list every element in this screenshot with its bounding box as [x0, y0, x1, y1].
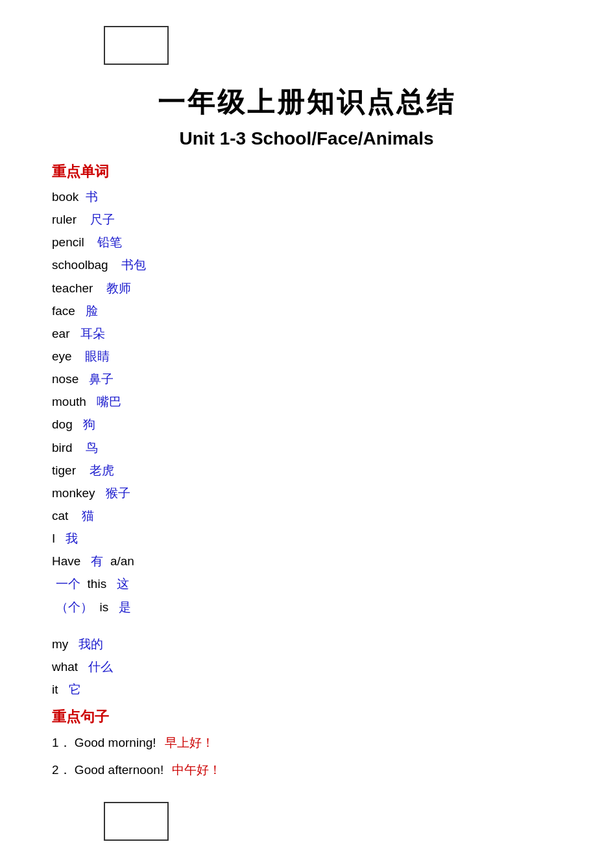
chinese-word: 尺子 [84, 213, 115, 226]
chinese-word: 鼻子 [86, 372, 114, 386]
english-word: what [52, 660, 78, 674]
chinese-word: 脸 [82, 304, 98, 318]
english-word: monkey [52, 486, 95, 500]
list-item: ruler 尺子 [52, 208, 561, 231]
english-word: dog [52, 417, 73, 431]
chinese-word: 它 [66, 683, 81, 696]
english-word: is [96, 600, 108, 614]
english-word: mouth [52, 395, 86, 408]
english-word: pencil [52, 235, 84, 249]
chinese-word: 猫 [76, 509, 95, 522]
english-word: tiger [52, 463, 76, 477]
bottom-box [104, 802, 169, 841]
chinese-word: 猴子 [102, 486, 130, 500]
list-item: 2． Good afternoon! 中午好！ [52, 758, 561, 782]
list-item: 1． Good morning! 早上好！ [52, 731, 561, 755]
list-item: ear 耳朵 [52, 322, 561, 345]
chinese-word: 狗 [80, 417, 95, 431]
list-item: dog 狗 [52, 413, 561, 436]
english-extra: a/an [107, 554, 134, 568]
list-item: I 我 [52, 527, 561, 550]
english-word: face [52, 304, 75, 318]
list-item: cat 猫 [52, 504, 561, 527]
main-title: 一年级上册知识点总结 [52, 84, 561, 121]
sentence-english: Good morning! [75, 736, 156, 749]
list-item: Have 有 a/an [52, 550, 561, 572]
chinese-word: 有 [88, 554, 104, 568]
sentence-english: Good afternoon! [75, 763, 163, 777]
english-word: book [52, 190, 78, 204]
chinese-word: 书 [86, 190, 98, 204]
list-item: face 脸 [52, 299, 561, 322]
list-item: it 它 [52, 678, 561, 701]
list-item: mouth 嘴巴 [52, 390, 561, 413]
sub-title: Unit 1-3 School/Face/Animals [52, 128, 561, 149]
chinese-word: 是 [116, 600, 132, 614]
chinese-word: 什么 [85, 660, 113, 674]
list-item: bird 鸟 [52, 436, 561, 459]
vocab-section-title: 重点单词 [52, 162, 561, 182]
list-item: teacher 教师 [52, 277, 561, 299]
list-item: （个） is 是 [52, 596, 561, 618]
sentence-num: 2． [52, 763, 71, 777]
chinese-word: 耳朵 [77, 327, 105, 340]
english-word: ruler [52, 213, 77, 226]
list-item: eye 眼睛 [52, 345, 561, 368]
sentence-section-title: 重点句子 [52, 707, 561, 727]
top-box [104, 26, 169, 65]
english-word: my [52, 637, 68, 651]
chinese-word: 鸟 [80, 441, 99, 454]
list-item: my 我的 [52, 633, 561, 655]
sentence-chinese: 早上好！ [165, 736, 214, 749]
english-word: it [52, 683, 58, 696]
english-word: cat [52, 509, 68, 522]
english-word: ear [52, 327, 69, 340]
list-item: monkey 猴子 [52, 482, 561, 504]
english-word: bird [52, 441, 73, 454]
chinese-word: （个） [56, 600, 93, 614]
vocab-list-2: my 我的 what 什么 it 它 [52, 633, 561, 701]
chinese-word: 我 [63, 532, 78, 545]
sentence-num: 1． [52, 736, 71, 749]
english-word: Have [52, 554, 80, 568]
chinese-word: 我的 [76, 637, 104, 651]
list-item: 一个 this 这 [52, 572, 561, 595]
list-item: schoolbag 书包 [52, 253, 561, 276]
chinese-word: 书包 [115, 258, 147, 272]
list-item: tiger 老虎 [52, 459, 561, 482]
english-word: I [52, 532, 55, 545]
sentence-list: 1． Good morning! 早上好！ 2． Good afternoon!… [52, 731, 561, 782]
list-item: nose 鼻子 [52, 368, 561, 390]
chinese-word: 一个 [56, 577, 80, 591]
list-item: book 书 [52, 185, 561, 208]
english-word: this [84, 577, 106, 591]
chinese-word: 铅笔 [91, 235, 123, 249]
english-word: nose [52, 372, 78, 386]
list-item: pencil 铅笔 [52, 231, 561, 253]
page: 一年级上册知识点总结 Unit 1-3 School/Face/Animals … [0, 0, 613, 868]
chinese-word: 教师 [101, 281, 132, 295]
chinese-word: 嘴巴 [93, 395, 121, 408]
vocab-list: book 书 ruler 尺子 pencil 铅笔 schoolbag 书包 t… [52, 185, 561, 618]
list-item: what 什么 [52, 655, 561, 678]
chinese-word: 眼睛 [79, 349, 110, 363]
english-word: teacher [52, 281, 93, 295]
chinese-word: 老虎 [83, 463, 114, 477]
english-word: schoolbag [52, 258, 108, 272]
chinese-word: 这 [114, 577, 129, 591]
english-word: eye [52, 349, 72, 363]
sentence-chinese: 中午好！ [172, 763, 221, 777]
